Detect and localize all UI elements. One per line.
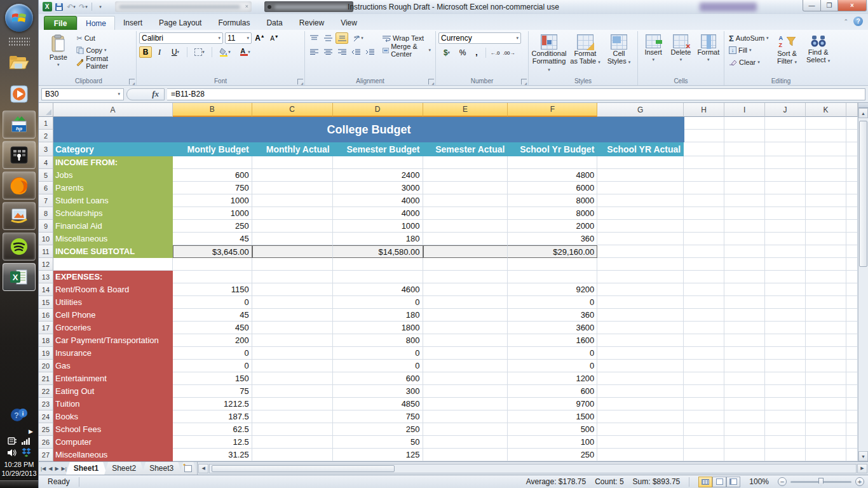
row-header-2[interactable]: 2 bbox=[39, 130, 53, 142]
cell-G22[interactable] bbox=[597, 385, 684, 398]
cell-I6[interactable] bbox=[724, 182, 765, 194]
cell-F24[interactable]: 1500 bbox=[508, 410, 597, 423]
cell-B17[interactable]: 450 bbox=[173, 322, 252, 334]
cell-A5[interactable]: Jobs bbox=[53, 169, 173, 182]
cell-E7[interactable] bbox=[423, 194, 508, 207]
help-icon[interactable]: ? bbox=[853, 17, 863, 26]
cell-K3[interactable] bbox=[806, 142, 846, 156]
cell-B14[interactable]: 1150 bbox=[173, 283, 252, 296]
row-header-22[interactable]: 22 bbox=[39, 385, 53, 398]
cell-L23[interactable] bbox=[846, 398, 858, 410]
cell-B13[interactable] bbox=[173, 271, 252, 283]
cell-G4[interactable] bbox=[597, 156, 684, 169]
cell-A12[interactable] bbox=[53, 258, 173, 271]
alignment-dialog-launcher[interactable] bbox=[428, 79, 434, 85]
cell-C16[interactable] bbox=[252, 309, 333, 322]
column-header-C[interactable]: C bbox=[252, 103, 333, 117]
cell-D8[interactable]: 4000 bbox=[333, 207, 423, 220]
cell-H20[interactable] bbox=[684, 360, 724, 372]
cell-E20[interactable] bbox=[423, 360, 508, 372]
cell-I13[interactable] bbox=[724, 271, 765, 283]
cell-G16[interactable] bbox=[597, 309, 684, 322]
cell-K6[interactable] bbox=[806, 182, 846, 194]
cell-K17[interactable] bbox=[806, 322, 846, 334]
cell-E3[interactable]: Semester Actual bbox=[423, 142, 508, 156]
cell-J24[interactable] bbox=[765, 410, 806, 423]
taskbar-windows-explorer[interactable] bbox=[3, 50, 36, 78]
accounting-format-button[interactable]: $▾ bbox=[438, 47, 455, 58]
horizontal-scrollbar[interactable]: ◀ ▶ bbox=[197, 462, 868, 475]
cell-D22[interactable]: 300 bbox=[333, 385, 423, 398]
cell-B7[interactable]: 1000 bbox=[173, 194, 252, 207]
cell-styles-button[interactable]: CellStyles ▾ bbox=[604, 32, 634, 76]
row-header-18[interactable]: 18 bbox=[39, 334, 53, 347]
cell-E16[interactable] bbox=[423, 309, 508, 322]
cell-F23[interactable]: 9700 bbox=[508, 398, 597, 410]
cell-I4[interactable] bbox=[724, 156, 765, 169]
cell-L9[interactable] bbox=[846, 220, 858, 233]
cell-K20[interactable] bbox=[806, 360, 846, 372]
cell-H22[interactable] bbox=[684, 385, 724, 398]
row-header-14[interactable]: 14 bbox=[39, 283, 53, 296]
cell-L15[interactable] bbox=[846, 296, 858, 309]
cell-C20[interactable] bbox=[252, 360, 333, 372]
middle-align-button[interactable] bbox=[322, 32, 334, 44]
cell-D20[interactable]: 0 bbox=[333, 360, 423, 372]
conditional-formatting-button[interactable]: ConditionalFormatting ▾ bbox=[531, 32, 567, 76]
tab-home[interactable]: Home bbox=[77, 16, 115, 30]
cell-H25[interactable] bbox=[684, 423, 724, 436]
cell-H21[interactable] bbox=[684, 372, 724, 385]
scroll-left-button[interactable]: ◀ bbox=[198, 464, 208, 473]
page-layout-view-button[interactable] bbox=[712, 477, 726, 487]
format-cells-button[interactable]: Format▾ bbox=[696, 32, 721, 76]
cell-I26[interactable] bbox=[724, 436, 765, 449]
cell-A14[interactable]: Rent/Room & Board bbox=[53, 283, 173, 296]
cell-L22[interactable] bbox=[846, 385, 858, 398]
taskbar-hp-app[interactable]: hp bbox=[3, 111, 36, 139]
close-button[interactable]: × bbox=[838, 0, 867, 11]
cell-J2[interactable] bbox=[765, 130, 806, 142]
column-header-A[interactable]: A bbox=[53, 103, 173, 117]
cell-L18[interactable] bbox=[846, 334, 858, 347]
decrease-decimal-button[interactable]: .00→ bbox=[503, 47, 515, 58]
column-header-F[interactable]: F bbox=[508, 103, 597, 117]
insert-worksheet-button[interactable] bbox=[179, 462, 197, 475]
cell-K21[interactable] bbox=[806, 372, 846, 385]
cell-E12[interactable] bbox=[423, 258, 508, 271]
cell-H2[interactable] bbox=[684, 130, 724, 142]
cell-H6[interactable] bbox=[684, 182, 724, 194]
cell-B12[interactable] bbox=[173, 258, 252, 271]
fill-color-button[interactable]: ▾ bbox=[215, 46, 234, 58]
cell-G27[interactable] bbox=[597, 449, 684, 461]
prev-sheet-button[interactable]: ◀ bbox=[48, 466, 52, 471]
cell-J5[interactable] bbox=[765, 169, 806, 182]
cell-K16[interactable] bbox=[806, 309, 846, 322]
cell-D4[interactable] bbox=[333, 156, 423, 169]
comma-style-button[interactable]: , bbox=[470, 47, 483, 58]
cell-B9[interactable]: 250 bbox=[173, 220, 252, 233]
cell-I18[interactable] bbox=[724, 334, 765, 347]
cell-L10[interactable] bbox=[846, 233, 858, 245]
cell-K14[interactable] bbox=[806, 283, 846, 296]
cell-A3[interactable]: Category bbox=[53, 142, 173, 156]
cell-G9[interactable] bbox=[597, 220, 684, 233]
cell-H8[interactable] bbox=[684, 207, 724, 220]
cell-C11[interactable] bbox=[252, 245, 333, 258]
show-desktop-button[interactable] bbox=[0, 480, 38, 488]
cell-L27[interactable] bbox=[846, 449, 858, 461]
cell-E11[interactable] bbox=[423, 245, 508, 258]
cell-C21[interactable] bbox=[252, 372, 333, 385]
bottom-align-button[interactable] bbox=[336, 32, 348, 44]
column-header-K[interactable]: K bbox=[806, 103, 846, 117]
percent-style-button[interactable]: % bbox=[456, 47, 469, 58]
column-header-G[interactable]: G bbox=[597, 103, 684, 117]
cell-C27[interactable] bbox=[252, 449, 333, 461]
cell-B5[interactable]: 600 bbox=[173, 169, 252, 182]
tab-review[interactable]: Review bbox=[291, 16, 332, 30]
cell-K23[interactable] bbox=[806, 398, 846, 410]
cell-E14[interactable] bbox=[423, 283, 508, 296]
cell-G20[interactable] bbox=[597, 360, 684, 372]
cell-B15[interactable]: 0 bbox=[173, 296, 252, 309]
cell-A6[interactable]: Parents bbox=[53, 182, 173, 194]
cell-J22[interactable] bbox=[765, 385, 806, 398]
